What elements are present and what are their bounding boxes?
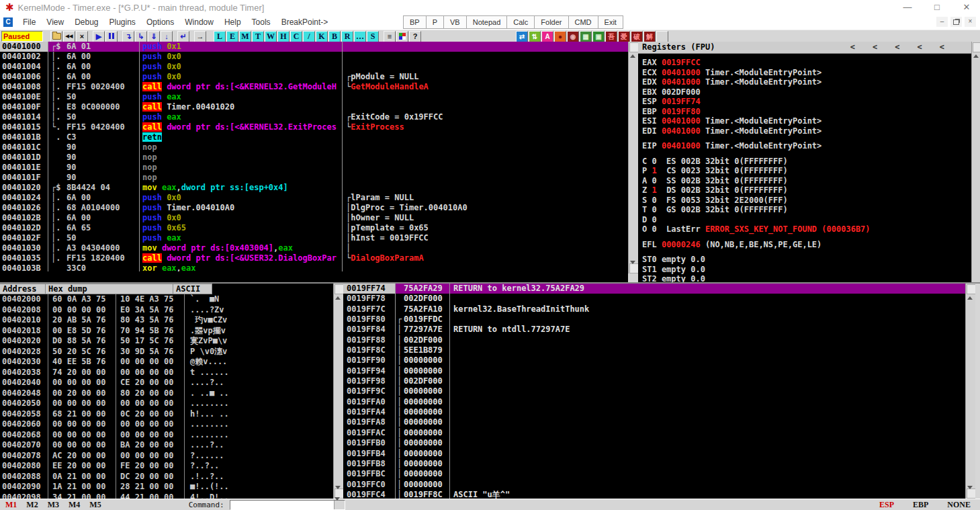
stack-row[interactable]: 0019FFB4│00000000 [343,449,965,459]
hexdump-row[interactable]: 0040201020 AB 5A 7680 43 5A 76 玓v■CZv [0,315,333,326]
menu-item-breakpoint[interactable]: BreakPoint-> [276,15,334,30]
close-window-button[interactable]: × [76,31,88,42]
quick-button-p[interactable]: P [426,15,444,29]
trace-over-button[interactable]: ↓ [161,31,173,42]
registers-collapse-arrow[interactable]: < [918,42,922,53]
log-window-button[interactable]: L [214,31,226,42]
dropdown-arrow-icon[interactable] [334,501,345,509]
window-shortcut-m5[interactable]: M5 [89,500,101,510]
quick-button-bp[interactable]: BP [403,15,427,29]
register-row[interactable]: A 0 SS 002B 32bit 0(FFFFFFFF) [642,176,971,186]
quick-button-folder[interactable]: Folder [534,15,568,29]
cpu-button[interactable]: C [290,31,302,42]
scroll-up-icon[interactable] [967,284,976,294]
command-input[interactable] [230,500,345,510]
stack-row[interactable]: 0019FF84│77297A7ERETURN to ntdll.77297A7… [343,325,965,335]
stack-row[interactable]: 0019FF7C75A2FA10kernel32.BaseThreadInitT… [343,304,965,314]
handles-button[interactable]: H [277,31,289,42]
stack-row[interactable]: 0019FF9C│00000000 [343,386,965,396]
disasm-row[interactable]: 0040101B .C3retn [0,132,628,142]
hanzi-wu-icon[interactable]: 吾 [605,31,617,42]
quick-button-notepad[interactable]: Notepad [466,15,508,29]
disasm-row[interactable]: 00401014│.50push eax┌ExitCode = 0x19FFCC [0,112,628,122]
register-row[interactable]: EFL 00000246 (NO,NB,E,BE,NS,PE,GE,LE) [642,240,971,250]
hexdump-row[interactable]: 0040206800 00 00 0000 00 00 00........ [0,430,333,441]
hexdump-row[interactable]: 0040204800 20 00 0080 20 00 00. ..■ .. [0,388,333,399]
disassembly-scrollbar[interactable] [628,42,639,273]
stack-row[interactable]: 0019FFA8│00000000 [343,417,965,427]
appearance-button[interactable] [396,31,408,42]
windows-button[interactable]: W [265,31,277,42]
disasm-row[interactable]: 00401000┌$6A 01push 0x1 [0,42,628,52]
hexdump-col-ascii[interactable]: ASCII [173,284,212,294]
register-row[interactable]: ECX 00401000 Timer.<ModuleEntryPoint> [642,68,971,78]
register-row[interactable]: S 0 FS 0053 32bit 2E2000(FFF) [642,196,971,206]
stack-row[interactable]: 0019FF90│00000000 [343,355,965,366]
disasm-row[interactable]: 0040100E│.50push eax [0,92,628,102]
pause-button[interactable] [105,31,118,42]
window-shortcut-m2[interactable]: M2 [26,500,38,510]
close-button[interactable]: ✕ [953,0,980,15]
disasm-row[interactable]: 00401035│.FF15 1820400call dword ptr ds:… [0,253,628,263]
menu-item-view[interactable]: View [41,15,69,30]
register-row[interactable]: ST1 empty 0.0 [642,265,971,275]
disasm-row[interactable]: 0040103B33C0xor eax,eax [0,263,628,271]
disasm-row[interactable]: 0040102B│.6A 00push 0x0│hOwner = NULL [0,213,628,223]
step-over-button[interactable]: ↳ [135,31,147,42]
register-row[interactable]: C 0 ES 002B 32bit 0(FFFFFFFF) [642,157,971,167]
window-shortcut-m4[interactable]: M4 [69,500,80,510]
hexdump-col-hex[interactable]: Hex dump [46,284,173,294]
stack-row[interactable]: 0019FF78002DF000 [343,294,965,304]
scroll-up-icon[interactable] [973,42,980,52]
step-into-button[interactable]: ↴ [122,31,134,42]
disasm-row[interactable]: 00401015└.FF15 0420400call dword ptr ds:… [0,122,628,132]
breakpoints-button[interactable]: B [328,31,341,42]
register-row[interactable]: EIP 00401000 Timer.<ModuleEntryPoint> [642,141,971,151]
child-minimize-button[interactable]: – [936,17,948,27]
hexdump-row[interactable]: 0040205000 00 00 0000 00 00 00........ [0,398,333,409]
hexdump-scrollbar[interactable] [333,284,344,499]
hexdump-row[interactable]: 0040209834 21 00 0044 21 00 004!..D!.. [0,493,333,499]
disasm-row[interactable]: 00401002│.6A 00push 0x0 [0,52,628,62]
disasm-row[interactable]: 0040101F90nop [0,173,628,183]
menu-item-options[interactable]: Options [141,15,179,30]
hanzi-jie-icon[interactable]: 解 [643,31,656,42]
disasm-row[interactable]: 0040101E90nop [0,163,628,173]
register-row[interactable]: D 0 [642,215,971,225]
register-row[interactable]: P 1 CS 0023 32bit 0(FFFFFFFF) [642,166,971,176]
stack-row[interactable]: 0019FFA0│00000000 [343,397,965,407]
stack-row[interactable]: 0019FF88│002DF000 [343,335,965,345]
rewind-button[interactable]: ◀◀ [63,31,75,42]
letter-a-icon[interactable]: A [541,31,553,42]
registers-collapse-arrow[interactable]: < [940,42,944,53]
disasm-row[interactable]: 00401030│.A3 04304000mov dword ptr ds:[0… [0,243,628,253]
stack-row[interactable]: 0019FFA4│00000000 [343,407,965,417]
hanzi-ai-icon[interactable]: 爱 [618,31,630,42]
go-to-button[interactable]: → [194,31,206,42]
menu-item-tools[interactable]: Tools [247,15,276,30]
registers-collapse-arrow[interactable]: < [895,42,899,53]
disasm-row[interactable]: 00401004│.6A 00push 0x0 [0,62,628,72]
stack-row[interactable]: 0019FF7475A2FA29RETURN to kernel32.75A2F… [343,284,965,294]
references-button[interactable]: R [341,31,353,42]
target-icon[interactable]: ◉ [567,31,579,42]
stack-row[interactable]: 0019FF8C│5EE1B879 [343,345,965,355]
register-row[interactable]: EBP 0019FF80 [642,107,971,117]
register-row[interactable]: ST2 empty 0.0 [642,274,971,282]
quick-button-calc[interactable]: Calc [506,15,535,29]
log-list-button[interactable]: ≡ [384,31,396,42]
hexdump-row[interactable]: 0040202850 20 5C 7630 9D 5A 76P \v0潓v [0,347,333,357]
maximize-button[interactable]: □ [924,0,950,15]
hexdump-row[interactable]: 0040206000 00 00 0000 00 00 00........ [0,419,333,430]
hexdump-col-address[interactable]: Address [0,284,46,294]
memory-map-button[interactable]: M [239,31,251,42]
execute-till-return-button[interactable]: ↵ [177,31,189,42]
register-row[interactable]: EAX 0019FFCC [642,58,971,68]
threads-button[interactable]: T [252,31,264,42]
register-row[interactable]: EDI 00401000 Timer.<ModuleEntryPoint> [642,126,971,136]
run-trace-button[interactable]: … [354,31,366,42]
register-row[interactable]: EBX 002DF000 [642,87,971,97]
stack-row[interactable]: 0019FFB8│00000000 [343,459,965,469]
stack-row[interactable]: 0019FFC0│00000000 [343,480,965,490]
window-shortcut-m3[interactable]: M3 [48,500,59,510]
